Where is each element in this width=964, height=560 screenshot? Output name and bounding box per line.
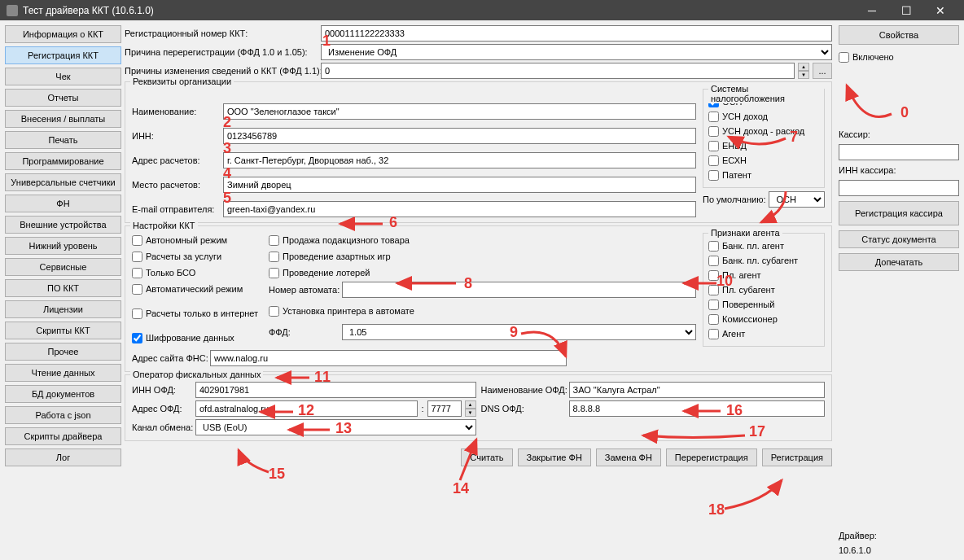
tax-usn1-checkbox[interactable] <box>708 112 719 122</box>
cb-agent-commissioner[interactable] <box>708 314 719 325</box>
ofd-dns-label: DNS ОФД: <box>481 404 566 413</box>
kkt-group: Настройки ККТ Автономный режим Расчеты з… <box>125 225 832 372</box>
tax-esxn-checkbox[interactable] <box>708 155 719 166</box>
cb-services[interactable] <box>132 252 142 262</box>
btn-reg-cashier[interactable]: Регистрация кассира <box>839 201 959 225</box>
cb-lottery[interactable] <box>269 268 279 278</box>
cb-agent-agent[interactable] <box>708 329 719 339</box>
close-button[interactable]: ✕ <box>923 0 957 20</box>
tax-esxn-label: ЕСХН <box>722 155 747 165</box>
cb-agent-bank-subagent[interactable] <box>708 256 719 266</box>
tax-patent-label: Патент <box>722 170 751 180</box>
cb-enabled[interactable] <box>839 52 849 63</box>
agent-group: Признаки агента Банк. пл. агент Банк. пл… <box>703 233 825 347</box>
btn-replace-fn[interactable]: Замена ФН <box>596 448 661 466</box>
tax-envd-checkbox[interactable] <box>708 141 719 151</box>
ofd-chan-select[interactable]: USB (EoU) <box>195 419 476 435</box>
cb-internet[interactable] <box>132 308 142 319</box>
ofd-name-label: Наименование ОФД: <box>481 385 566 395</box>
sidebar-item-db-docs[interactable]: БД документов <box>5 385 121 403</box>
org-place-label: Место расчетов: <box>132 180 220 190</box>
ofd-port-spinner[interactable]: ▲▼ <box>465 400 476 417</box>
cashier-inn-input[interactable] <box>839 180 959 196</box>
org-group: Реквизиты организации Наименование: ИНН:… <box>125 81 832 223</box>
ofd-name-input[interactable] <box>569 382 826 398</box>
cb-auto-mode[interactable] <box>132 284 142 295</box>
minimize-button[interactable]: ─ <box>855 0 889 20</box>
ofd-port-input[interactable] <box>427 400 462 417</box>
cb-excise[interactable] <box>269 235 279 246</box>
sidebar-item-json[interactable]: Работа с json <box>5 406 121 424</box>
btn-reprint[interactable]: Допечатать <box>839 253 959 271</box>
sidebar-item-read-data[interactable]: Чтение данных <box>5 364 121 382</box>
fns-label: Адрес сайта ФНС: <box>132 353 207 363</box>
org-name-input[interactable] <box>223 103 696 120</box>
sidebar-item-scripts-kkt[interactable]: Скрипты ККТ <box>5 322 121 339</box>
cb-gambling[interactable] <box>269 252 279 262</box>
sidebar: Информация о ККТ Регистрация ККТ Чек Отч… <box>5 25 121 555</box>
sidebar-item-licenses[interactable]: Лицензии <box>5 300 121 318</box>
tax-patent-checkbox[interactable] <box>708 170 719 181</box>
cb-bso[interactable] <box>132 268 142 278</box>
sidebar-item-service[interactable]: Сервисные <box>5 258 121 276</box>
change-reason-browse[interactable]: ... <box>813 63 832 79</box>
sidebar-item-lowlevel[interactable]: Нижний уровень <box>5 237 121 255</box>
sidebar-item-print[interactable]: Печать <box>5 131 121 149</box>
cashier-input[interactable] <box>839 144 959 160</box>
sidebar-item-reports[interactable]: Отчеты <box>5 89 121 107</box>
cb-agent-attorney[interactable] <box>708 300 719 310</box>
btn-reg[interactable]: Регистрация <box>762 448 832 466</box>
cb-autonomous[interactable] <box>132 235 142 246</box>
sidebar-item-log[interactable]: Лог <box>5 448 121 466</box>
tax-default-select[interactable]: ОСН <box>769 191 825 208</box>
tax-envd-label: ЕНВД <box>722 141 747 151</box>
sidebar-item-programming[interactable]: Программирование <box>5 152 121 170</box>
reg-num-label: Регистрационный номер ККТ: <box>125 28 318 38</box>
kkt-legend: Настройки ККТ <box>130 221 198 230</box>
ofd-addr-input[interactable] <box>195 400 418 417</box>
sidebar-item-other[interactable]: Прочее <box>5 343 121 361</box>
sidebar-item-info[interactable]: Информация о ККТ <box>5 25 121 43</box>
tax-usn2-checkbox[interactable] <box>708 126 719 137</box>
sidebar-item-scripts-driver[interactable]: Скрипты драйвера <box>5 427 121 445</box>
btn-doc-status[interactable]: Статус документа <box>839 230 959 248</box>
change-reason-spinner[interactable]: ▲▼ <box>798 63 809 79</box>
ffd-select[interactable]: 1.05 <box>342 324 696 340</box>
ofd-group: Оператор фискальных данных ИНН ОФД: Адре… <box>125 374 832 441</box>
sidebar-item-registration[interactable]: Регистрация ККТ <box>5 46 121 64</box>
btn-rereg[interactable]: Перерегистрация <box>666 448 757 466</box>
content-area: Регистрационный номер ККТ: Причина перер… <box>125 25 832 555</box>
btn-close-fn[interactable]: Закрытие ФН <box>518 448 591 466</box>
ofd-inn-input[interactable] <box>195 382 476 398</box>
org-inn-label: ИНН: <box>132 131 220 141</box>
org-inn-input[interactable] <box>223 128 696 144</box>
sidebar-item-fn[interactable]: ФН <box>5 195 121 212</box>
sidebar-item-external[interactable]: Внешние устройства <box>5 216 121 234</box>
reg-num-input[interactable] <box>321 25 832 42</box>
enabled-label: Включено <box>852 52 894 62</box>
cb-agent-pl-subagent[interactable] <box>708 285 719 295</box>
window-title: Тест драйвера ККТ (10.6.1.0) <box>23 5 855 16</box>
ofd-dns-input[interactable] <box>569 400 826 417</box>
cb-agent-bank-agent[interactable] <box>708 241 719 252</box>
cb-printer[interactable] <box>269 306 279 317</box>
org-email-input[interactable] <box>223 201 696 217</box>
sidebar-item-po-kkt[interactable]: ПО ККТ <box>5 279 121 297</box>
cashier-inn-label: ИНН кассира: <box>839 165 896 175</box>
sidebar-item-counters[interactable]: Универсальные счетчики <box>5 173 121 191</box>
maximize-button[interactable]: ☐ <box>889 0 923 20</box>
cb-agent-pl-agent[interactable] <box>708 270 719 281</box>
org-addr-input[interactable] <box>223 152 696 168</box>
change-reason-input[interactable] <box>321 63 795 79</box>
btn-read[interactable]: Считать <box>461 448 512 466</box>
sidebar-item-check[interactable]: Чек <box>5 68 121 85</box>
auto-num-input[interactable] <box>342 282 696 298</box>
tax-group: Системы налогообложения ОСН УСН доход УС… <box>703 89 825 188</box>
cb-encryption[interactable] <box>132 333 142 343</box>
fns-input[interactable] <box>210 350 567 366</box>
org-place-input[interactable] <box>223 177 696 193</box>
sidebar-item-deposits[interactable]: Внесения / выплаты <box>5 110 121 128</box>
btn-properties[interactable]: Свойства <box>839 25 959 45</box>
tax-usn1-label: УСН доход <box>722 112 768 121</box>
rereg-reason-select[interactable]: Изменение ОФД <box>321 44 832 60</box>
